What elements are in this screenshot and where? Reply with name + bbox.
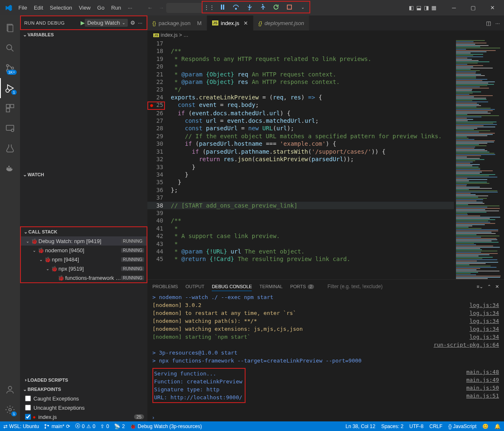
bp-file[interactable]: ●index.js25	[20, 412, 147, 421]
menu-view[interactable]: View	[76, 3, 94, 13]
close-icon[interactable]: ✕	[484, 2, 501, 14]
step-out-icon[interactable]	[258, 3, 267, 11]
status-lang[interactable]: {} JavaScript	[448, 423, 476, 429]
panel-terminal[interactable]: TERMINAL	[259, 282, 283, 291]
bp-caught[interactable]: Caught Exceptions	[20, 394, 147, 403]
settings-badge: 1	[11, 411, 17, 416]
status-debug[interactable]: 🐞 Debug Watch (3p-resources)	[130, 423, 202, 429]
callstack-row[interactable]: ⌄ 🐞npm [9484]RUNNING	[21, 255, 147, 264]
code-editor[interactable]: 1718/**19 * Responds to any HTTP request…	[147, 40, 454, 279]
panel-debug-console[interactable]: DEBUG CONSOLE	[212, 282, 252, 291]
svg-point-2	[236, 8, 237, 10]
svg-rect-7	[8, 25, 13, 32]
activity-search[interactable]	[0, 38, 20, 58]
status-radio[interactable]: 📡 2	[114, 423, 125, 429]
status-position[interactable]: Ln 38, Col 12	[346, 423, 375, 429]
status-feedback-icon[interactable]: 😊	[482, 423, 489, 429]
watch-header[interactable]: ⌄WATCH	[20, 170, 147, 179]
activity-remote[interactable]	[0, 118, 20, 138]
menu-file[interactable]: File	[15, 3, 30, 13]
menu-edit[interactable]: Edit	[30, 3, 46, 13]
svg-rect-20	[8, 167, 10, 169]
panel-ports[interactable]: PORTS2	[290, 282, 314, 291]
svg-rect-15	[10, 104, 14, 108]
layout-bottom-icon[interactable]: ⬓	[416, 5, 421, 11]
debug-toolbar: ⋮⋮ ⌄	[202, 1, 310, 13]
nav-back-icon[interactable]: ←	[147, 5, 153, 11]
status-eol[interactable]: CRLF	[429, 423, 442, 429]
nav-fwd-icon[interactable]: →	[159, 5, 164, 11]
activity-account[interactable]	[0, 380, 20, 400]
tab-close-icon[interactable]: ✕	[243, 20, 248, 26]
activity-bar: 1K+ 1 1	[0, 15, 20, 421]
layout-left-icon[interactable]: ◧	[409, 5, 414, 11]
activity-testing[interactable]	[0, 138, 20, 158]
menu-more[interactable]: ···	[124, 3, 136, 13]
svg-point-9	[7, 65, 9, 67]
tab-more-icon[interactable]: ···	[495, 20, 500, 26]
panel-output[interactable]: OUTPUT	[185, 282, 204, 291]
activity-extensions[interactable]	[0, 98, 20, 118]
callstack-row[interactable]: 🐞functions-framework [954…RUNNING	[21, 273, 147, 282]
title-bar: File Edit Selection View Go Run ··· ← → …	[0, 0, 504, 15]
split-editor-icon[interactable]: ◫	[486, 20, 491, 26]
activity-debug[interactable]: 1	[0, 78, 20, 98]
callstack-row[interactable]: ⌄ 🐞Debug Watch: npm [9419]RUNNING	[21, 236, 147, 246]
pause-icon[interactable]	[218, 3, 227, 11]
run-debug-header: RUN AND DEBUG ▶ Debug Watch⌄ ⚙ ···	[20, 15, 147, 30]
activity-explorer[interactable]	[0, 18, 20, 38]
start-debug-icon[interactable]: ▶	[81, 20, 85, 26]
breadcrumb[interactable]: JS index.js > …	[147, 30, 504, 40]
activity-docker[interactable]	[0, 158, 20, 178]
loaded-scripts-header[interactable]: ⌄LOADED SCRIPTS	[20, 375, 147, 385]
step-into-icon[interactable]	[245, 3, 253, 11]
drag-handle-icon[interactable]: ⋮⋮	[205, 3, 213, 11]
filter-icon[interactable]: ≡⌄	[477, 284, 483, 289]
menu-run[interactable]: Run	[108, 3, 124, 13]
status-bell-icon[interactable]: 🔔	[494, 423, 501, 429]
svg-point-4	[262, 4, 263, 5]
activity-settings[interactable]: 1	[0, 400, 20, 420]
status-spaces[interactable]: Spaces: 2	[381, 423, 403, 429]
svg-rect-21	[10, 167, 11, 169]
console-filter-input[interactable]	[327, 284, 436, 289]
stop-icon[interactable]	[285, 3, 294, 11]
breakpoints-header[interactable]: ⌄BREAKPOINTS	[20, 385, 147, 394]
callstack-row[interactable]: ⌄ 🐞npx [9519]RUNNING	[21, 264, 147, 273]
restart-icon[interactable]	[272, 3, 280, 11]
menu-selection[interactable]: Selection	[46, 3, 75, 13]
more-icon[interactable]: ···	[138, 20, 142, 26]
status-problems[interactable]: ⓧ 0 ⚠ 0	[75, 423, 95, 430]
tab-package-json[interactable]: {}package.json M	[147, 15, 207, 30]
step-over-icon[interactable]	[232, 3, 240, 11]
debug-console-output[interactable]: > nodemon --watch ./ --exec npm start[no…	[147, 293, 504, 413]
activity-scm[interactable]: 1K+	[0, 58, 20, 78]
callstack-row[interactable]: ⌄ 🐞nodemon [9450]RUNNING	[21, 246, 147, 255]
status-remote[interactable]: ⇄WSL: Ubuntu	[3, 423, 39, 429]
console-prompt[interactable]: ›	[147, 413, 504, 421]
panel-chevron-icon[interactable]: ⌃	[487, 284, 491, 289]
debug-config-chevron-icon[interactable]: ⌄	[299, 3, 307, 11]
menu-go[interactable]: Go	[94, 3, 108, 13]
layout-grid-icon[interactable]: ▦	[431, 5, 436, 11]
maximize-icon[interactable]: ▢	[465, 2, 481, 14]
status-branch[interactable]: main*⟳	[44, 423, 70, 429]
debug-config-select[interactable]: Debug Watch⌄	[85, 19, 128, 27]
sidebar-title: RUN AND DEBUG	[24, 20, 81, 25]
panel-close-icon[interactable]: ✕	[495, 284, 499, 289]
status-encoding[interactable]: UTF-8	[409, 423, 423, 429]
status-ports[interactable]: ⇪ 0	[100, 423, 109, 429]
minimize-icon[interactable]: ─	[446, 2, 462, 14]
minimap[interactable]	[454, 40, 504, 279]
svg-point-8	[7, 45, 12, 50]
svg-point-24	[9, 408, 11, 411]
layout-right-icon[interactable]: ◨	[424, 5, 429, 11]
callstack-header[interactable]: ⌄CALL STACK	[21, 227, 147, 236]
bp-uncaught[interactable]: Uncaught Exceptions	[20, 403, 147, 412]
svg-point-3	[249, 9, 250, 10]
variables-header[interactable]: ⌄VARIABLES	[20, 30, 147, 39]
tab-index-js[interactable]: JSindex.js✕	[207, 15, 253, 30]
panel-problems[interactable]: PROBLEMS	[152, 282, 178, 291]
gear-icon[interactable]: ⚙	[130, 20, 135, 26]
tab-deployment-json[interactable]: {}deployment.json	[253, 15, 309, 30]
